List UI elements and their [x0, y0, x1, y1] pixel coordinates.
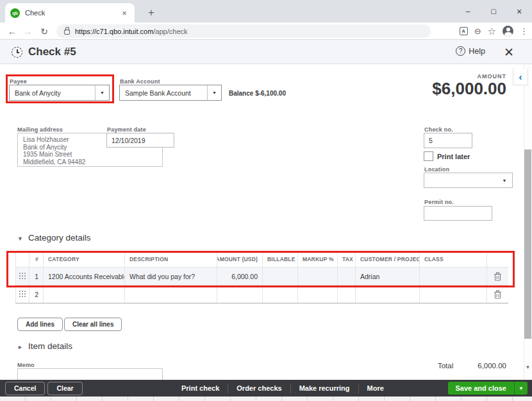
window-close-button[interactable]: ×	[506, 6, 532, 17]
vertical-scrollbar[interactable]: ▼	[524, 64, 532, 397]
bank-account-select[interactable]: Sample Bank Account ▼	[119, 85, 222, 101]
row-number: 1	[29, 268, 44, 285]
save-options-dropdown-icon[interactable]: ▼	[514, 382, 528, 395]
scrollbar-thumb[interactable]	[524, 149, 531, 339]
mailing-address-line: Middlefield, CA 94482	[23, 158, 157, 166]
browser-toolbar: ← → ↻ https://c71.qbo.intuit.com/app/che…	[0, 22, 532, 40]
row-drag-handle[interactable]	[15, 268, 29, 285]
order-checks-button[interactable]: Order checks	[228, 384, 290, 392]
markup-cell[interactable]	[298, 286, 338, 303]
payee-dropdown-icon[interactable]: ▼	[95, 85, 109, 100]
scroll-down-icon[interactable]: ▼	[524, 364, 531, 370]
tax-cell[interactable]	[338, 286, 356, 303]
check-form: Payee Bank of Anycity ▼ Bank Account Sam…	[0, 64, 532, 380]
location-dropdown-icon[interactable]: ▼	[497, 178, 512, 183]
cancel-button[interactable]: Cancel	[5, 382, 45, 395]
translate-icon[interactable]: A	[460, 27, 468, 35]
balance-text: Balance $-6,100.00	[229, 90, 286, 97]
check-no-input[interactable]	[424, 133, 472, 148]
payment-date-label: Payment date	[107, 126, 146, 133]
class-cell[interactable]	[420, 268, 487, 285]
amount-cell[interactable]: 6,000.00	[217, 268, 263, 285]
category-details-table: # CATEGORY DESCRIPTION AMOUNT (USD) BILL…	[15, 252, 508, 303]
bottom-edge-strip	[0, 397, 532, 401]
recent-transactions-icon[interactable]	[12, 47, 22, 58]
description-cell[interactable]: What did you pay for?	[125, 268, 217, 285]
trash-icon	[494, 290, 502, 299]
drag-handle-icon	[19, 273, 26, 280]
bookmark-star-icon[interactable]: ☆	[488, 26, 496, 37]
new-tab-button[interactable]: +	[144, 5, 159, 21]
window-controls: – ▢ ×	[455, 0, 532, 22]
payee-select[interactable]: Bank of Anycity ▼	[9, 85, 110, 101]
add-lines-button[interactable]: Add lines	[17, 318, 63, 331]
customer-cell[interactable]	[356, 286, 420, 303]
zoom-out-icon[interactable]: ⊖	[474, 26, 481, 36]
total-value: 6,000.00	[478, 362, 506, 370]
help-label: Help	[469, 47, 485, 56]
footer-links: Print check Order checks Make recurring …	[173, 380, 392, 397]
forward-icon[interactable]: →	[21, 24, 35, 38]
help-question-icon: ?	[456, 46, 465, 56]
check-no-label: Check no.	[424, 126, 453, 133]
row-drag-handle[interactable]	[15, 286, 29, 303]
minimize-button[interactable]: –	[455, 7, 481, 16]
category-cell[interactable]	[44, 286, 125, 303]
delete-row-button[interactable]	[487, 286, 508, 303]
class-cell[interactable]	[420, 286, 487, 303]
tax-cell[interactable]	[338, 268, 356, 285]
col-header-markup: MARKUP %	[298, 252, 338, 267]
col-header-amount: AMOUNT (USD)	[217, 252, 263, 267]
billable-cell[interactable]	[263, 268, 298, 285]
table-header-row: # CATEGORY DESCRIPTION AMOUNT (USD) BILL…	[15, 252, 508, 268]
col-header-description: DESCRIPTION	[125, 252, 217, 267]
maximize-button[interactable]: ▢	[481, 8, 506, 15]
profile-avatar-icon[interactable]	[503, 26, 513, 37]
markup-cell[interactable]	[298, 268, 338, 285]
save-and-close-label: Save and close	[448, 384, 515, 392]
quickbooks-favicon-icon: qb	[10, 8, 20, 18]
col-header-tax: TAX	[338, 252, 356, 267]
billable-cell[interactable]	[263, 286, 298, 303]
tab-title: Check	[25, 9, 119, 17]
address-bar[interactable]: https://c71.qbo.intuit.com/app/check	[56, 24, 431, 38]
reload-icon[interactable]: ↻	[37, 24, 51, 38]
col-header-num: #	[29, 252, 44, 267]
clear-button[interactable]: Clear	[47, 382, 82, 395]
collapse-panel-button[interactable]: ‹	[513, 69, 528, 85]
footer-action-bar: Cancel Clear Print check Order checks Ma…	[0, 380, 532, 397]
back-icon[interactable]: ←	[5, 24, 19, 38]
collapse-triangle-icon: ▼	[17, 235, 23, 242]
description-cell[interactable]	[125, 286, 217, 303]
permit-no-input[interactable]	[424, 206, 492, 221]
bank-account-dropdown-icon[interactable]: ▼	[207, 85, 221, 100]
help-button[interactable]: ? Help	[456, 46, 485, 56]
check-page-header: Check #5 ? Help ✕	[0, 40, 532, 64]
mailing-address-line: 1935 Main Street	[23, 151, 157, 158]
save-and-close-button[interactable]: Save and close ▼	[448, 382, 528, 395]
payee-value: Bank of Anycity	[10, 89, 95, 97]
location-select[interactable]: ▼	[424, 173, 513, 188]
amount-cell[interactable]	[217, 286, 263, 303]
browser-menu-icon[interactable]: ⋮	[520, 26, 528, 36]
print-later-control: Print later	[424, 151, 470, 161]
clear-all-lines-button[interactable]: Clear all lines	[64, 318, 122, 331]
print-later-label: Print later	[437, 153, 470, 160]
browser-tab[interactable]: qb Check ×	[5, 3, 135, 22]
drag-handle-icon	[19, 291, 26, 298]
bank-account-label: Bank Account	[120, 78, 160, 85]
tab-close-icon[interactable]: ×	[119, 8, 129, 18]
make-recurring-button[interactable]: Make recurring	[291, 384, 358, 392]
item-details-section-header[interactable]: ►Item details	[17, 341, 72, 351]
customer-cell[interactable]: Adrian	[356, 268, 420, 285]
print-later-checkbox[interactable]	[424, 151, 433, 161]
more-button[interactable]: More	[359, 384, 392, 392]
url-host: https://c71.qbo.intuit.com	[75, 28, 153, 35]
payment-date-input[interactable]	[106, 133, 174, 148]
category-cell[interactable]: 1200 Accounts Receivable	[44, 268, 125, 285]
table-row: 2	[15, 286, 508, 303]
delete-row-button[interactable]	[487, 268, 508, 285]
close-check-icon[interactable]: ✕	[504, 45, 514, 60]
print-check-button[interactable]: Print check	[173, 384, 228, 392]
category-details-section-header[interactable]: ▼Category details	[17, 233, 90, 243]
